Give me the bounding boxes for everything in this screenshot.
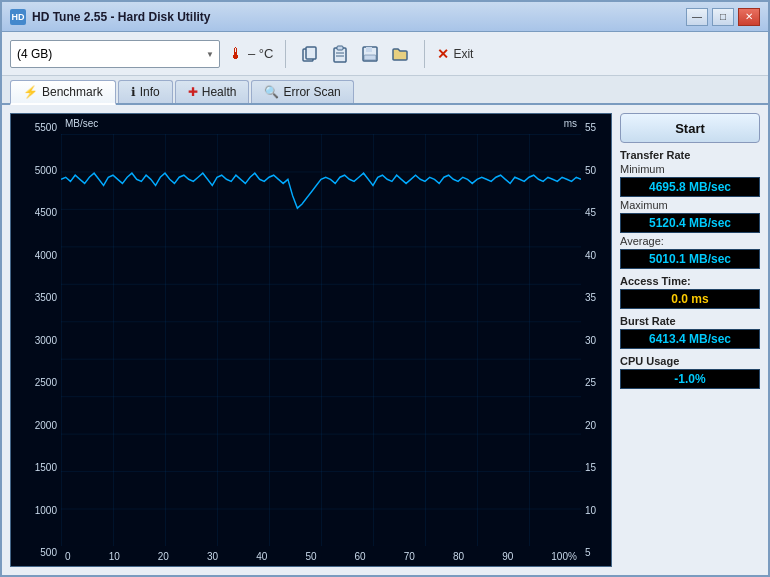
cpu-usage-group: CPU Usage -1.0% [620,355,760,389]
benchmark-chart: MB/sec ms 5500 5000 4500 4000 3500 3000 … [10,113,612,567]
temp-value: – °C [248,46,273,61]
close-button[interactable]: ✕ [738,8,760,26]
y-right-label: ms [564,118,577,129]
access-time-label: Access Time: [620,275,760,287]
error-scan-tab-label: Error Scan [283,85,340,99]
y-right-20: 20 [585,420,607,431]
y-right-40: 40 [585,250,607,261]
x-60: 60 [355,551,366,562]
window-title: HD Tune 2.55 - Hard Disk Utility [32,10,686,24]
toolbar-icons [298,42,412,66]
y-left-5000: 5000 [15,165,57,176]
cpu-usage-label: CPU Usage [620,355,760,367]
access-time-value: 0.0 ms [620,289,760,309]
y-right-5: 5 [585,547,607,558]
thermometer-icon: 🌡 [228,45,244,63]
title-bar: HD HD Tune 2.55 - Hard Disk Utility — □ … [2,2,768,32]
temperature-display: 🌡 – °C [228,45,273,63]
minimum-value: 4695.8 MB/sec [620,177,760,197]
y-right-25: 25 [585,377,607,388]
y-right-55: 55 [585,122,607,133]
tab-error-scan[interactable]: 🔍 Error Scan [251,80,353,103]
content-area: MB/sec ms 5500 5000 4500 4000 3500 3000 … [2,105,768,575]
x-70: 70 [404,551,415,562]
burst-rate-label: Burst Rate [620,315,760,327]
x-10: 10 [109,551,120,562]
minimize-button[interactable]: — [686,8,708,26]
y-left-500: 500 [15,547,57,558]
x-axis: 0 10 20 30 40 50 60 70 80 90 100% [61,546,581,566]
folder-icon[interactable] [388,42,412,66]
benchmark-tab-icon: ⚡ [23,85,38,99]
y-left-5500: 5500 [15,122,57,133]
tab-bar: ⚡ Benchmark ℹ Info ✚ Health 🔍 Error Scan [2,76,768,105]
y-left-1500: 1500 [15,462,57,473]
clipboard-icon[interactable] [328,42,352,66]
y-right-35: 35 [585,292,607,303]
drive-select-wrapper: (4 GB) [10,40,220,68]
svg-rect-3 [337,46,343,50]
y-right-15: 15 [585,462,607,473]
access-time-group: Access Time: 0.0 ms [620,275,760,309]
error-scan-tab-icon: 🔍 [264,85,279,99]
y-axis-right: 55 50 45 40 35 30 25 20 15 10 5 [581,114,611,566]
info-tab-icon: ℹ [131,85,136,99]
x-50: 50 [305,551,316,562]
x-100: 100% [551,551,577,562]
drive-select[interactable]: (4 GB) [10,40,220,68]
save-icon[interactable] [358,42,382,66]
health-tab-label: Health [202,85,237,99]
average-value: 5010.1 MB/sec [620,249,760,269]
tab-benchmark[interactable]: ⚡ Benchmark [10,80,116,105]
burst-rate-value: 6413.4 MB/sec [620,329,760,349]
x-80: 80 [453,551,464,562]
y-left-label: MB/sec [65,118,98,129]
svg-rect-10 [61,134,581,546]
y-left-2000: 2000 [15,420,57,431]
window-controls: — □ ✕ [686,8,760,26]
main-window: HD HD Tune 2.55 - Hard Disk Utility — □ … [0,0,770,577]
maximum-value: 5120.4 MB/sec [620,213,760,233]
cpu-usage-value: -1.0% [620,369,760,389]
copy-icon[interactable] [298,42,322,66]
y-right-45: 45 [585,207,607,218]
sidebar: Start Transfer Rate Minimum 4695.8 MB/se… [620,113,760,567]
toolbar-separator-1 [285,40,286,68]
health-tab-icon: ✚ [188,85,198,99]
svg-rect-1 [306,47,316,59]
tab-info[interactable]: ℹ Info [118,80,173,103]
chart-svg [61,134,581,546]
y-right-30: 30 [585,335,607,346]
toolbar: (4 GB) 🌡 – °C [2,32,768,76]
x-30: 30 [207,551,218,562]
info-tab-label: Info [140,85,160,99]
exit-button[interactable]: ✕ Exit [437,46,473,62]
transfer-rate-group: Transfer Rate Minimum 4695.8 MB/sec Maxi… [620,149,760,269]
y-left-4000: 4000 [15,250,57,261]
x-20: 20 [158,551,169,562]
x-90: 90 [502,551,513,562]
y-left-4500: 4500 [15,207,57,218]
y-right-50: 50 [585,165,607,176]
benchmark-tab-label: Benchmark [42,85,103,99]
y-right-10: 10 [585,505,607,516]
tab-health[interactable]: ✚ Health [175,80,250,103]
y-left-3000: 3000 [15,335,57,346]
x-0: 0 [65,551,71,562]
maximize-button[interactable]: □ [712,8,734,26]
average-label: Average: [620,235,760,247]
transfer-rate-label: Transfer Rate [620,149,760,161]
svg-rect-7 [366,47,372,52]
app-icon: HD [10,9,26,25]
burst-rate-group: Burst Rate 6413.4 MB/sec [620,315,760,349]
exit-x-icon: ✕ [437,46,449,62]
maximum-label: Maximum [620,199,760,211]
exit-label: Exit [453,47,473,61]
minimum-label: Minimum [620,163,760,175]
toolbar-separator-2 [424,40,425,68]
y-left-2500: 2500 [15,377,57,388]
y-left-1000: 1000 [15,505,57,516]
svg-rect-8 [364,55,376,60]
y-left-3500: 3500 [15,292,57,303]
start-button[interactable]: Start [620,113,760,143]
